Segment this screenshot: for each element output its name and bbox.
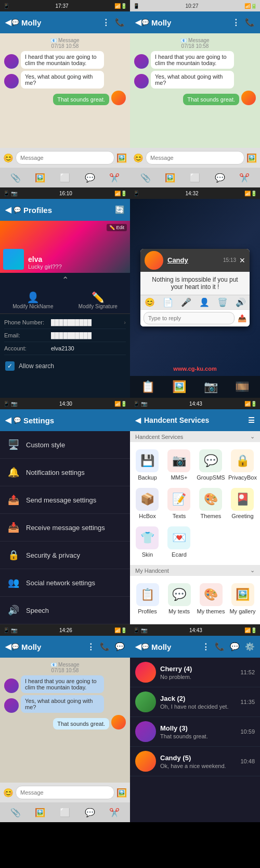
message-input-left1[interactable]	[16, 151, 114, 165]
status-bar-left4: 📱 📷 14:26 📶🔋	[0, 624, 130, 636]
tool-msg-right1[interactable]: 💬	[215, 173, 225, 183]
tool-cut-left1[interactable]: ✂️	[109, 173, 120, 183]
services-menu-icon[interactable]: ☰	[248, 416, 255, 424]
my-texts-icon: 💬	[168, 583, 191, 606]
profiles-chat-icon: 💬	[14, 206, 21, 213]
settings-item-social[interactable]: 👥 Social network settings	[0, 569, 130, 597]
tool-frame-left1[interactable]: ⬜	[60, 173, 70, 183]
popup-volume-button[interactable]: 🔊	[236, 297, 246, 307]
service-groupsms[interactable]: 💬 GroupSMS	[196, 446, 226, 484]
menu-icon-right1[interactable]: ⋮	[232, 18, 240, 27]
input-bar-right1: 😊 🖼️	[130, 148, 260, 168]
service-mms[interactable]: 📷 MMS+	[164, 446, 194, 484]
service-themes[interactable]: 🎨 Themes	[196, 485, 226, 522]
tool-attach-right1[interactable]: 📎	[140, 173, 151, 183]
settings-item-notifications[interactable]: 🔔 Notification settings	[0, 459, 130, 486]
bubble-row-1: I heard that you are going to clim the m…	[4, 51, 126, 69]
chat-area-left1: 📧 Message 07/18 10:58 I heard that you a…	[0, 33, 130, 148]
service-privacybox[interactable]: 🔒 PrivacyBox	[227, 446, 258, 484]
tool-img-right1[interactable]: 🖼️	[165, 173, 175, 183]
molly-name: Molly (3)	[160, 724, 240, 732]
message-input-right1[interactable]	[146, 151, 244, 165]
service-texts[interactable]: 📝 Texts	[164, 485, 194, 522]
bottom-icon-4[interactable]: 🎞️	[235, 380, 249, 394]
services-expand-icon-1[interactable]: ⌄	[250, 433, 255, 440]
profile-edit-button[interactable]: ✏️ Edit	[107, 224, 127, 231]
menu-icon-left4[interactable]: ⋮	[87, 642, 95, 651]
popup-delete-button[interactable]: 🗑️	[217, 297, 228, 307]
chat-icon-right1: 💬	[141, 19, 149, 26]
call-icon-right1[interactable]: 📞	[245, 18, 255, 27]
emoji-icon-left4[interactable]: 😊	[3, 788, 14, 798]
tool-frame-left4[interactable]: ⬜	[60, 808, 70, 817]
settings-item-speech[interactable]: 🔊 Speech	[0, 597, 130, 624]
modify-nickname-button[interactable]: 👤 Modify NickName	[12, 291, 53, 309]
bubble-row-r1: I heard that you are going to clim the m…	[134, 51, 256, 69]
call-icon-left1[interactable]: 📞	[115, 18, 125, 27]
service-skin[interactable]: 👕 Skin	[132, 523, 163, 561]
service-profiles[interactable]: 📋 Profiles	[132, 580, 163, 618]
emoji-icon-right1[interactable]: 😊	[133, 153, 144, 163]
services-back-icon[interactable]: ◀	[135, 416, 141, 424]
service-greeting[interactable]: 🎴 Greeting	[227, 485, 258, 522]
popup-reply-input[interactable]	[144, 312, 235, 324]
menu-icon-left1[interactable]: ⋮	[102, 18, 110, 27]
service-hcbox[interactable]: 📦 HcBox	[132, 485, 163, 522]
image-icon-left4[interactable]: 🖼️	[116, 788, 127, 798]
allow-search-checkbox[interactable]: ✓	[5, 361, 15, 371]
emoji-icon-left1[interactable]: 😊	[3, 153, 14, 163]
service-my-themes[interactable]: 🎨 My themes	[196, 580, 226, 618]
popup-mic-button[interactable]: 🎤	[181, 297, 191, 307]
popup-emoji-button[interactable]: 😊	[145, 297, 155, 307]
contact-cherry[interactable]: Cherry (4) No problem. 11:52	[130, 658, 260, 687]
bottom-icon-1[interactable]: 📋	[141, 380, 155, 394]
modify-signature-button[interactable]: ✏️ Modify Signature	[79, 291, 118, 309]
bottom-icon-3[interactable]: 📷	[204, 380, 218, 394]
profiles-refresh-icon[interactable]: 🔄	[115, 205, 125, 215]
contact-jack[interactable]: Jack (2) Oh, I have not decided yet. 11:…	[130, 687, 260, 717]
tool-msg-left4[interactable]: 💬	[85, 808, 95, 817]
settings-item-custom-style[interactable]: 🖥️ Custom style	[0, 431, 130, 459]
tool-msg-left1[interactable]: 💬	[85, 173, 95, 183]
back-icon-contacts[interactable]: ◀	[135, 642, 141, 651]
tool-cut-right1[interactable]: ✂️	[239, 173, 250, 183]
settings-icon-contacts[interactable]: ⚙️	[245, 642, 255, 651]
tool-img-left1[interactable]: 🖼️	[35, 173, 45, 183]
service-backup[interactable]: 💾 Backup	[132, 446, 163, 484]
settings-back-icon[interactable]: ◀	[5, 416, 11, 425]
service-ecard[interactable]: 💌 Ecard	[164, 523, 194, 561]
tool-img-left4[interactable]: 🖼️	[35, 808, 45, 817]
image-icon-left1[interactable]: 🖼️	[116, 153, 127, 163]
tool-frame-right1[interactable]: ⬜	[190, 173, 200, 183]
call-icon-contacts[interactable]: 📞	[215, 642, 225, 651]
contact-candy[interactable]: Candy (5) Ok, have a nice weekend. 10:48	[130, 747, 260, 776]
back-icon-left1[interactable]: ◀	[5, 18, 11, 27]
msg-icon-contacts[interactable]: 💬	[230, 642, 240, 651]
popup-send-button[interactable]: 📤	[238, 314, 246, 322]
message-input-left4[interactable]	[16, 786, 114, 799]
call-icon-left4[interactable]: 📞	[100, 642, 110, 651]
bottom-icon-2[interactable]: 🖼️	[172, 380, 186, 394]
service-my-gallery[interactable]: 🖼️ My gallery	[227, 580, 258, 618]
settings-item-security[interactable]: 🔒 Security & privacy	[0, 542, 130, 569]
image-icon-right1[interactable]: 🖼️	[246, 153, 257, 163]
collapse-icon[interactable]: ⌃	[62, 275, 69, 285]
contact-molly[interactable]: Molly (3) That sounds great. 10:59	[130, 717, 260, 747]
back-icon-right1[interactable]: ◀	[135, 18, 141, 27]
services-expand-icon-2[interactable]: ⌄	[250, 567, 255, 574]
back-icon-profiles[interactable]: ◀	[5, 205, 11, 215]
popup-contact-button[interactable]: 👤	[199, 297, 210, 307]
tool-cut-left4[interactable]: ✂️	[109, 808, 120, 817]
settings-title: Settings	[23, 416, 54, 425]
menu-icon-contacts[interactable]: ⋮	[202, 642, 210, 651]
popup-doc-button[interactable]: 📄	[163, 297, 173, 307]
tool-attach-left1[interactable]: 📎	[10, 173, 21, 183]
skin-label: Skin	[142, 551, 153, 558]
msg-icon-left4[interactable]: 💬	[115, 642, 125, 651]
service-my-texts[interactable]: 💬 My texts	[164, 580, 194, 618]
popup-close-button[interactable]: ✕	[239, 256, 245, 265]
tool-attach-left4[interactable]: 📎	[10, 808, 21, 817]
back-icon-left4[interactable]: ◀	[5, 642, 11, 651]
settings-item-send[interactable]: 📤 Send message settings	[0, 486, 130, 514]
settings-item-receive[interactable]: 📥 Receive message settings	[0, 514, 130, 542]
